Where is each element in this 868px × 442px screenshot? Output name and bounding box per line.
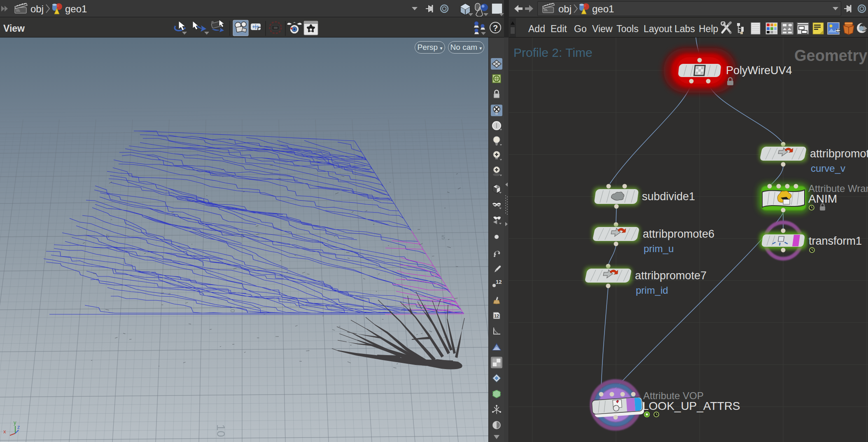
svg-text:LOOK_UP_ATTRS: LOOK_UP_ATTRS — [642, 400, 740, 412]
svg-text:z: z — [17, 424, 20, 430]
svg-text:attribpromote5: attribpromote5 — [810, 147, 868, 160]
svg-text:subdivide1: subdivide1 — [642, 190, 695, 203]
svg-text:Geometry: Geometry — [794, 47, 867, 64]
svg-text:attribpromote6: attribpromote6 — [643, 228, 714, 240]
svg-text:attribpromote7: attribpromote7 — [635, 269, 707, 282]
svg-text:5: 5 — [441, 234, 445, 241]
svg-text:transform1: transform1 — [809, 235, 862, 247]
svg-text:5: 5 — [106, 232, 109, 239]
svg-text:12: 12 — [496, 279, 502, 285]
svg-text:12: 12 — [494, 313, 499, 318]
svg-text:prim_id: prim_id — [636, 285, 668, 296]
svg-text:curve_v: curve_v — [811, 163, 845, 174]
svg-text:prim_u: prim_u — [644, 243, 674, 254]
svg-text:x: x — [3, 428, 6, 435]
svg-text:10: 10 — [215, 424, 227, 437]
svg-text:?: ? — [493, 23, 498, 33]
svg-text:y: y — [14, 419, 16, 426]
svg-text:Profile 2: Time: Profile 2: Time — [513, 46, 593, 59]
svg-text:PolyWireUV4: PolyWireUV4 — [726, 64, 792, 77]
svg-text:ANIM: ANIM — [808, 192, 837, 205]
svg-text:10: 10 — [229, 306, 236, 313]
